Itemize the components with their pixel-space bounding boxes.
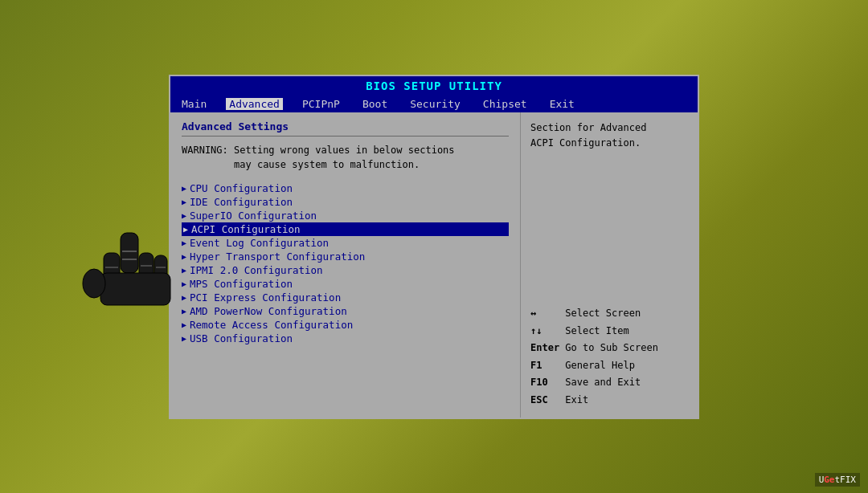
key-action: Go to Sub Screen (565, 342, 658, 353)
key-select-item: ↑↓ Select Item (530, 323, 688, 340)
menu-item-security[interactable]: Security (407, 98, 464, 110)
arrow-icon: ▶ (182, 211, 186, 220)
menu-superio-config[interactable]: ▶ SuperIO Configuration (182, 209, 509, 222)
arrow-icon: ▶ (183, 225, 188, 234)
menu-hypertransport-config[interactable]: ▶ Hyper Transport Configuration (182, 250, 509, 263)
arrow-icon: ▶ (182, 320, 186, 329)
key-action: Save and Exit (565, 377, 641, 388)
section-title: Advanced Settings (182, 120, 509, 132)
key-label: ESC (530, 392, 559, 409)
arrow-icon: ▶ (182, 266, 186, 275)
menu-ide-config[interactable]: ▶ IDE Configuration (182, 195, 509, 209)
arrow-icon: ▶ (182, 334, 186, 343)
menu-item-boot[interactable]: Boot (359, 98, 391, 110)
menu-item-main[interactable]: Main (178, 98, 210, 110)
menu-item-label: AMD PowerNow Configuration (190, 305, 347, 317)
menu-usb-config[interactable]: ▶ USB Configuration (182, 332, 509, 345)
key-label: Enter (530, 340, 559, 357)
arrow-icon: ▶ (182, 252, 186, 261)
key-label: ↔ (530, 305, 559, 323)
watermark: UGetFIX (815, 473, 860, 487)
right-description: Section for AdvancedACPI Configuration. (530, 120, 688, 151)
menu-item-exit[interactable]: Exit (547, 98, 578, 110)
menu-item-label: Remote Access Configuration (190, 319, 353, 331)
bios-menu-bar: Main Advanced PCIPnP Boot Security Chips… (170, 96, 698, 112)
svg-point-5 (83, 269, 105, 298)
arrow-icon: ▶ (182, 198, 186, 206)
key-f1: F1 General Help (530, 357, 688, 375)
menu-item-label: Hyper Transport Configuration (190, 251, 365, 263)
arrow-icon: ▶ (182, 184, 186, 193)
menu-remoteaccess-config[interactable]: ▶ Remote Access Configuration (182, 318, 509, 332)
key-action: General Help (565, 360, 635, 371)
divider (182, 136, 509, 136)
bios-window: BIOS SETUP UTILITY Main Advanced PCIPnP … (169, 75, 699, 419)
key-action: Exit (565, 394, 588, 405)
watermark-ge: Ge (824, 475, 834, 485)
key-label: ↑↓ (530, 323, 559, 340)
menu-mps-config[interactable]: ▶ MPS Configuration (182, 277, 509, 291)
menu-item-pcipnp[interactable]: PCIPnP (299, 98, 343, 110)
menu-ipmi-config[interactable]: ▶ IPMI 2.0 Configuration (182, 263, 509, 277)
warning-text: WARNING: Setting wrong values in below s… (182, 143, 509, 172)
key-bindings: ↔ Select Screen ↑↓ Select Item Enter Go … (530, 257, 688, 409)
arrow-icon: ▶ (182, 293, 186, 302)
menu-item-label: SuperIO Configuration (190, 210, 317, 222)
menu-item-label: CPU Configuration (190, 182, 293, 194)
menu-item-label: MPS Configuration (190, 278, 293, 290)
hand-cursor-icon (76, 229, 181, 317)
bios-content: Advanced Settings WARNING: Setting wrong… (170, 112, 698, 418)
key-action: Select Screen (565, 308, 641, 319)
key-f10: F10 Save and Exit (530, 374, 688, 392)
menu-item-label: PCI Express Configuration (190, 291, 341, 304)
menu-pciexpress-config[interactable]: ▶ PCI Express Configuration (182, 291, 509, 304)
arrow-icon: ▶ (182, 238, 186, 247)
svg-rect-4 (100, 273, 170, 305)
menu-item-label: IDE Configuration (190, 196, 293, 208)
menu-amdpowernow-config[interactable]: ▶ AMD PowerNow Configuration (182, 304, 509, 318)
menu-acpi-config[interactable]: ▶ ACPI Configuration (182, 222, 509, 236)
arrow-icon: ▶ (182, 279, 186, 288)
key-action: Select Item (565, 325, 628, 336)
key-label: F10 (530, 374, 559, 392)
bios-title: BIOS SETUP UTILITY (170, 76, 698, 96)
key-select-screen: ↔ Select Screen (530, 305, 688, 323)
advanced-menu-list: ▶ CPU Configuration ▶ IDE Configuration … (182, 181, 509, 345)
bios-title-text: BIOS SETUP UTILITY (366, 79, 502, 92)
arrow-icon: ▶ (182, 307, 186, 316)
left-panel: Advanced Settings WARNING: Setting wrong… (170, 112, 521, 418)
menu-cpu-config[interactable]: ▶ CPU Configuration (182, 181, 509, 195)
watermark-tfix: tFIX (835, 475, 857, 485)
key-enter: Enter Go to Sub Screen (530, 340, 688, 357)
menu-item-label: ACPI Configuration (191, 223, 300, 235)
key-label: F1 (530, 357, 559, 375)
menu-item-label: USB Configuration (190, 332, 293, 344)
menu-item-advanced[interactable]: Advanced (226, 98, 283, 110)
menu-item-label: Event Log Configuration (190, 237, 329, 249)
key-esc: ESC Exit (530, 392, 688, 409)
svg-rect-0 (121, 233, 138, 273)
menu-item-chipset[interactable]: Chipset (480, 98, 530, 110)
right-panel: Section for AdvancedACPI Configuration. … (521, 112, 698, 418)
menu-item-label: IPMI 2.0 Configuration (190, 264, 323, 276)
menu-eventlog-config[interactable]: ▶ Event Log Configuration (182, 236, 509, 250)
